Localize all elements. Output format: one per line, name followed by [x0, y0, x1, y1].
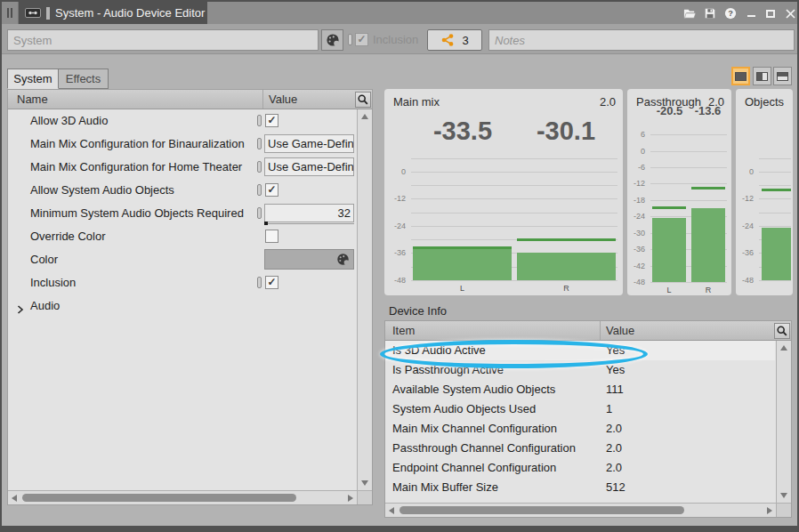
close-button[interactable]	[782, 6, 798, 20]
property-search-button[interactable]	[355, 92, 371, 108]
meter-gridline	[650, 282, 727, 283]
color-button[interactable]	[321, 29, 343, 51]
scroll-left-arrow[interactable]	[12, 495, 17, 502]
view-single-icon	[735, 72, 747, 81]
expander-icon[interactable]	[17, 302, 24, 318]
link-indicator[interactable]	[257, 207, 262, 219]
link-indicator[interactable]	[257, 184, 262, 196]
notes-input[interactable]	[488, 29, 795, 51]
property-color-swatch[interactable]	[264, 249, 354, 270]
property-panel: Name Value Allow 3D Audio✓Main Mix Confi…	[7, 89, 373, 505]
property-row[interactable]: Override Color	[8, 225, 356, 248]
view-split-horizontal-button[interactable]	[773, 67, 792, 85]
device-info-vscrollbar[interactable]	[776, 341, 791, 503]
property-label: Color	[30, 248, 58, 271]
property-hscrollbar[interactable]	[8, 490, 357, 504]
inclusion-link-indicator[interactable]	[348, 34, 352, 45]
device-info-value: 2.0	[606, 439, 622, 458]
property-row[interactable]: Color	[8, 248, 356, 271]
property-row[interactable]: Minimum System Audio Objects Required32	[8, 202, 356, 225]
column-header-item[interactable]: Item	[392, 324, 415, 337]
meter-channel-label: L	[413, 284, 511, 293]
property-row[interactable]: Main Mix Configuration for Home TheaterU…	[8, 156, 356, 179]
column-divider[interactable]	[262, 90, 263, 109]
hscroll-thumb[interactable]	[22, 494, 296, 502]
meter-peak-line	[652, 206, 687, 209]
inclusion-checkbox[interactable]: ✓	[355, 33, 368, 46]
property-row[interactable]: Main Mix Configuration for Binauralizati…	[8, 133, 356, 156]
close-icon	[786, 9, 795, 19]
property-row[interactable]: Allow System Audio Objects✓	[8, 179, 356, 202]
device-info-search-button[interactable]	[774, 323, 790, 339]
column-header-value[interactable]: Value	[269, 93, 297, 106]
property-label: Minimum System Audio Objects Required	[30, 202, 244, 225]
link-indicator[interactable]	[257, 138, 262, 149]
device-info-row[interactable]: System Audio Objects Used1	[385, 399, 775, 419]
property-row[interactable]: Allow 3D Audio✓	[8, 109, 356, 133]
meter-objects: Objects0-12-24-36-48	[736, 89, 793, 295]
property-checkbox[interactable]	[265, 230, 278, 243]
property-row[interactable]: Inclusion✓	[8, 271, 356, 294]
scroll-right-arrow[interactable]	[348, 495, 353, 502]
maximize-icon	[766, 10, 775, 18]
device-info-row[interactable]: Main Mix Buffer Size512	[385, 478, 775, 497]
meter-peak-values: -20.5-13.6	[650, 103, 727, 117]
scroll-down-arrow[interactable]	[780, 493, 787, 498]
tab-effects[interactable]: Effects	[59, 69, 109, 89]
property-vscrollbar[interactable]	[357, 109, 372, 490]
property-dropdown[interactable]: Use Game-Defin	[264, 157, 354, 176]
property-label: Main Mix Configuration for Home Theater	[30, 156, 242, 179]
device-info-row[interactable]: Is 3D Audio ActiveYes	[385, 341, 775, 360]
column-header-value[interactable]: Value	[606, 324, 634, 337]
view-single-button[interactable]	[731, 67, 750, 85]
device-info-row[interactable]: Passthrough Channel Configuration2.0	[385, 439, 775, 458]
open-file-button[interactable]	[682, 6, 698, 20]
device-info-row[interactable]: Is Passthrough ActiveYes	[385, 360, 775, 380]
meter-bar	[517, 253, 615, 280]
maximize-button[interactable]	[763, 6, 779, 20]
editor-title-tab[interactable]: System - Audio Device Editor	[19, 2, 207, 24]
device-info-row[interactable]: Main Mix Channel Configuration2.0	[385, 419, 775, 439]
scroll-down-arrow[interactable]	[361, 480, 368, 486]
meter-gridline	[759, 185, 791, 186]
scroll-up-arrow[interactable]	[361, 114, 368, 119]
view-split-vertical-button[interactable]	[753, 67, 771, 85]
hscroll-thumb[interactable]	[400, 506, 684, 514]
link-indicator[interactable]	[257, 161, 262, 173]
device-info-row[interactable]: Endpoint Channel Configuration2.0	[385, 458, 775, 478]
meter-peak-value: -20.5	[657, 104, 683, 117]
object-name-input[interactable]	[7, 29, 319, 51]
number-slider-track[interactable]	[264, 223, 354, 224]
meter-gridline	[759, 158, 791, 159]
column-header-name[interactable]: Name	[17, 93, 48, 106]
column-divider[interactable]	[600, 321, 601, 340]
device-info-hscrollbar[interactable]	[385, 503, 776, 517]
device-info-item: Endpoint Channel Configuration	[392, 458, 556, 478]
property-dropdown[interactable]: Use Game-Defin	[264, 134, 354, 153]
sharesets-button[interactable]: 3	[427, 29, 482, 51]
scroll-left-arrow[interactable]	[389, 507, 394, 514]
property-checkbox[interactable]: ✓	[265, 114, 278, 127]
meter-bar	[762, 228, 791, 280]
property-number-input[interactable]: 32	[264, 204, 354, 222]
window-border-left	[0, 0, 2, 532]
titlebar[interactable]: System - Audio Device Editor	[2, 2, 797, 24]
help-button[interactable]	[722, 6, 738, 20]
minimize-button[interactable]	[743, 6, 759, 20]
property-checkbox[interactable]: ✓	[265, 276, 278, 289]
property-label: Main Mix Configuration for Binauralizati…	[30, 133, 245, 156]
device-info-row[interactable]: Available System Audio Objects111	[385, 380, 775, 399]
property-label: Allow 3D Audio	[30, 109, 108, 133]
link-indicator[interactable]	[257, 115, 262, 126]
property-row[interactable]: Audio	[8, 294, 356, 318]
scroll-up-arrow[interactable]	[780, 345, 787, 351]
meter-scale-label: -36	[627, 245, 645, 254]
property-checkbox[interactable]: ✓	[265, 183, 278, 197]
scroll-right-arrow[interactable]	[767, 507, 772, 514]
meter-scale-label: -48	[384, 276, 406, 285]
tab-system[interactable]: System	[7, 69, 59, 89]
meter-passthrough: Passthrough2.0-20.5-13.660-6-12-18-24-30…	[627, 89, 731, 295]
save-button[interactable]	[702, 6, 718, 20]
link-indicator[interactable]	[257, 277, 262, 288]
dock-grip[interactable]	[2, 2, 19, 24]
